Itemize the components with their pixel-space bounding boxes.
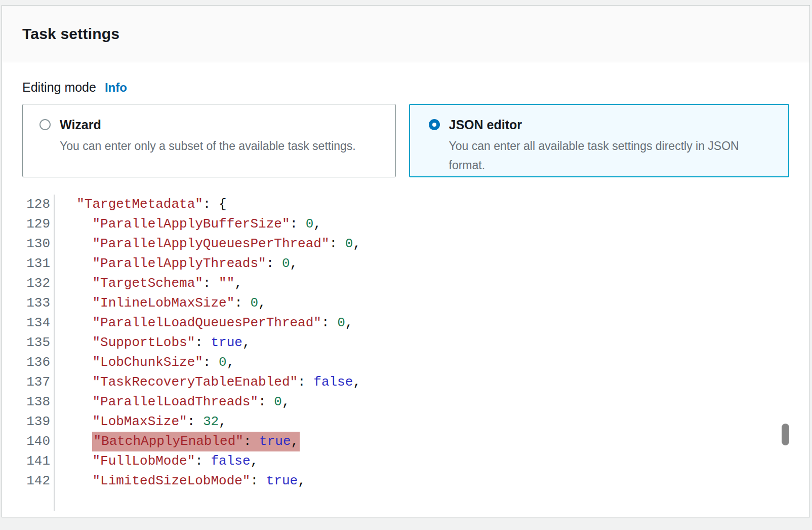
code-line-content: "ParallelLoadQueuesPerThread": 0,	[55, 313, 353, 333]
page: { "panel": { "title": "Task settings" },…	[0, 0, 812, 530]
tile-wizard[interactable]: Wizard You can enter only a subset of th…	[22, 104, 396, 177]
code-line[interactable]: 137 "TaskRecoveryTableEnabled": false,	[2, 372, 809, 392]
editing-mode-tile-group: Wizard You can enter only a subset of th…	[22, 104, 789, 177]
code-line[interactable]: 129 "ParallelApplyBufferSize": 0,	[2, 214, 809, 234]
line-number: 139	[2, 412, 55, 432]
line-number: 132	[2, 274, 55, 293]
wizard-radio-button[interactable]	[39, 119, 51, 130]
code-line-content: "ParallelLoadThreads": 0,	[55, 392, 290, 412]
panel-body: Editing mode Info Wizard You can enter o…	[2, 80, 809, 177]
code-editor[interactable]: 128 "TargetMetadata": {129 "ParallelAppl…	[2, 195, 809, 511]
line-number: 133	[2, 293, 55, 313]
line-number: 130	[2, 234, 55, 254]
task-settings-panel: Task settings Editing mode Info Wizard Y…	[2, 5, 810, 517]
wizard-description: You can enter only a subset of the avail…	[60, 136, 356, 156]
editing-mode-label: Editing mode	[22, 80, 96, 95]
json-editor-label: JSON editor	[449, 118, 753, 132]
code-line-content: "BatchApplyEnabled": true,	[55, 432, 300, 451]
json-editor-tile-text: JSON editor You can enter all available …	[449, 118, 753, 175]
code-line-content: "LobMaxSize": 32,	[55, 412, 227, 432]
find-match-highlight: "BatchApplyEnabled": true,	[92, 432, 300, 451]
code-line[interactable]: 134 "ParallelLoadQueuesPerThread": 0,	[2, 313, 809, 333]
line-number: 137	[2, 372, 55, 392]
line-number: 142	[2, 471, 55, 491]
code-line[interactable]: 128 "TargetMetadata": {	[2, 195, 809, 214]
line-number: 141	[2, 451, 55, 471]
code-line[interactable]: 135 "SupportLobs": true,	[2, 333, 809, 353]
code-line[interactable]: 133 "InlineLobMaxSize": 0,	[2, 293, 809, 313]
line-number: 128	[2, 195, 55, 214]
line-number: 138	[2, 392, 55, 412]
code-line[interactable]	[2, 491, 809, 511]
code-line-content: "TaskRecoveryTableEnabled": false,	[55, 372, 361, 392]
code-line-content: "SupportLobs": true,	[55, 333, 251, 353]
code-line-content: "InlineLobMaxSize": 0,	[55, 293, 266, 313]
code-line-content	[55, 491, 61, 511]
code-line[interactable]: 136 "LobChunkSize": 0,	[2, 353, 809, 372]
wizard-tile-text: Wizard You can enter only a subset of th…	[60, 118, 356, 156]
code-line[interactable]: 131 "ParallelApplyThreads": 0,	[2, 254, 809, 274]
panel-title: Task settings	[22, 25, 119, 43]
code-line-content: "ParallelApplyBufferSize": 0,	[55, 214, 321, 234]
line-number: 136	[2, 353, 55, 372]
code-line-content: "ParallelApplyQueuesPerThread": 0,	[55, 234, 361, 254]
code-line-content: "TargetSchema": "",	[55, 274, 242, 293]
panel-header: Task settings	[2, 6, 809, 62]
wizard-label: Wizard	[60, 118, 356, 132]
code-line[interactable]: 142 "LimitedSizeLobMode": true,	[2, 471, 809, 491]
info-link[interactable]: Info	[105, 80, 127, 95]
code-line-content: "LimitedSizeLobMode": true,	[55, 471, 306, 491]
line-number: 131	[2, 254, 55, 274]
json-editor-radio-button[interactable]	[429, 119, 440, 130]
line-number: 134	[2, 313, 55, 333]
line-number: 135	[2, 333, 55, 353]
line-number	[2, 491, 55, 511]
editing-mode-row: Editing mode Info	[22, 80, 789, 95]
json-editor-description: You can enter all available task setting…	[449, 136, 753, 175]
code-line[interactable]: 138 "ParallelLoadThreads": 0,	[2, 392, 809, 412]
code-line-content: "FullLobMode": false,	[55, 451, 258, 471]
line-number: 129	[2, 214, 55, 234]
code-line[interactable]: 132 "TargetSchema": "",	[2, 274, 809, 293]
tile-json-editor[interactable]: JSON editor You can enter all available …	[409, 104, 789, 177]
scrollbar-thumb[interactable]	[782, 424, 789, 445]
code-line-content: "ParallelApplyThreads": 0,	[55, 254, 298, 274]
code-line-content: "TargetMetadata": {	[55, 195, 227, 214]
line-number: 140	[2, 432, 55, 451]
code-line[interactable]: 140 "BatchApplyEnabled": true,	[2, 432, 809, 451]
code-line-content: "LobChunkSize": 0,	[55, 353, 234, 372]
code-line[interactable]: 130 "ParallelApplyQueuesPerThread": 0,	[2, 234, 809, 254]
code-line[interactable]: 139 "LobMaxSize": 32,	[2, 412, 809, 432]
code-line[interactable]: 141 "FullLobMode": false,	[2, 451, 809, 471]
